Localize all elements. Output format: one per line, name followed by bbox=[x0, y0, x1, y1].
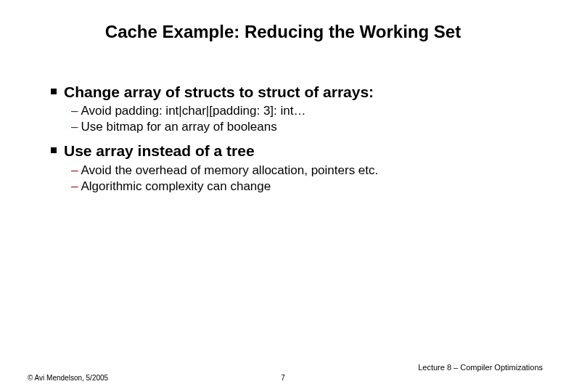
sub-item: – Avoid the overhead of memory allocatio… bbox=[71, 163, 537, 179]
slide: Cache Example: Reducing the Working Set … bbox=[0, 0, 566, 392]
sub-text: Use bitmap for an array of booleans bbox=[81, 119, 276, 135]
dash-icon: – bbox=[71, 103, 78, 119]
dash-icon: – bbox=[71, 163, 78, 179]
sub-text: Algorithmic complexity can change bbox=[81, 179, 271, 195]
sub-text: Avoid padding: int|char|[padding: 3]: in… bbox=[81, 103, 305, 119]
sub-item: – Use bitmap for an array of booleans bbox=[71, 119, 537, 135]
slide-content: Change array of structs to struct of arr… bbox=[51, 76, 537, 200]
footer-page-number: 7 bbox=[0, 374, 566, 382]
sub-list: – Avoid the overhead of memory allocatio… bbox=[71, 163, 537, 195]
bullet-text: Use array instead of a tree bbox=[64, 141, 255, 160]
sub-item: – Algorithmic complexity can change bbox=[71, 179, 537, 195]
bullet-icon bbox=[51, 147, 57, 153]
footer-lecture: Lecture 8 – Compiler Optimizations bbox=[418, 363, 543, 372]
slide-title: Cache Example: Reducing the Working Set bbox=[0, 22, 566, 42]
dash-icon: – bbox=[71, 179, 78, 195]
dash-icon: – bbox=[71, 119, 78, 135]
sub-text: Avoid the overhead of memory allocation,… bbox=[81, 163, 378, 179]
bullet-item: Use array instead of a tree bbox=[51, 141, 537, 160]
bullet-text: Change array of structs to struct of arr… bbox=[64, 82, 374, 102]
sub-item: – Avoid padding: int|char|[padding: 3]: … bbox=[71, 103, 537, 119]
bullet-icon bbox=[51, 89, 57, 94]
bullet-item: Change array of structs to struct of arr… bbox=[51, 82, 537, 102]
sub-list: – Avoid padding: int|char|[padding: 3]: … bbox=[71, 103, 537, 135]
